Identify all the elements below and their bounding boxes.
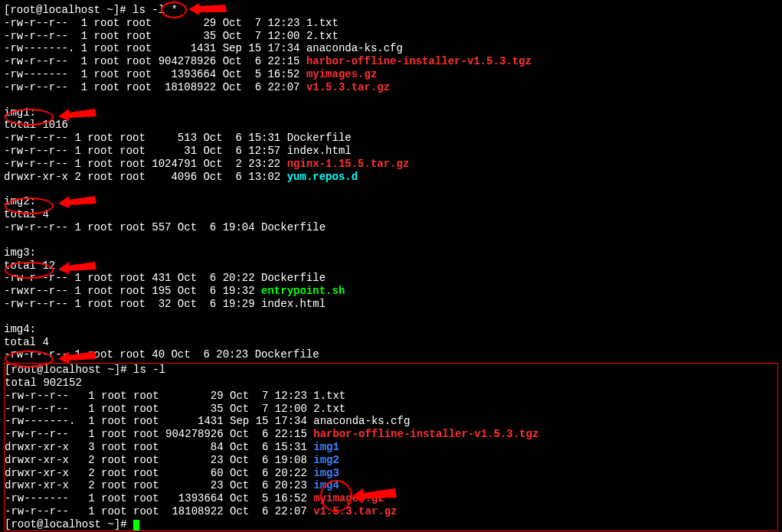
filename: 2.txt [306, 30, 339, 42]
file-row: -rw-r--r-- 1 root root 513 Oct 6 15:31 D… [4, 132, 778, 145]
file-listing-img4: -rw-r--r-- 1 root root 40 Oct 6 20:23 Do… [4, 348, 778, 361]
file-row: -rw-------. 1 root root 1431 Sep 15 17:3… [5, 415, 777, 428]
file-listing-img2: -rw-r--r-- 1 root root 557 Oct 6 19:04 D… [4, 221, 778, 234]
file-row: -rw-r--r-- 1 root root 32 Oct 6 19:29 in… [4, 298, 778, 311]
filename: v1.5.3.tar.gz [306, 81, 390, 93]
filename: img1 [313, 441, 339, 453]
filename: img3 [313, 467, 339, 479]
filename: entrypoint.sh [261, 285, 345, 297]
filename: Dockerfile [261, 221, 326, 233]
file-row: -rw-r--r-- 1 root root 35 Oct 7 12:00 2.… [5, 403, 777, 416]
file-row: -rw-r--r-- 1 root root 431 Oct 6 20:22 D… [4, 272, 778, 285]
filename: myimages.gz [313, 492, 384, 504]
total-line: total 12 [4, 259, 778, 273]
file-row: -rw-r--r-- 1 root root 35 Oct 7 12:00 2.… [4, 30, 778, 43]
file-listing-img3: -rw-r--r-- 1 root root 431 Oct 6 20:22 D… [4, 272, 778, 310]
filename: harbor-offline-installer-v1.5.3.tgz [306, 55, 532, 67]
file-row: -rw-r--r-- 1 root root 904278926 Oct 6 2… [4, 55, 778, 68]
file-row: -rw-r--r-- 1 root root 904278926 Oct 6 2… [5, 428, 777, 441]
filename: 2.txt [313, 403, 345, 415]
file-row: -rw------- 1 root root 1393664 Oct 5 16:… [5, 492, 777, 505]
file-row: -rw-r--r-- 1 root root 18108922 Oct 6 22… [5, 505, 777, 518]
filename: anaconda-ks.cfg [313, 415, 410, 427]
file-row: -rw-r--r-- 1 root root 1024791 Oct 2 23:… [4, 158, 778, 171]
file-listing-top: -rw-r--r-- 1 root root 29 Oct 7 12:23 1.… [4, 17, 778, 94]
file-row: -rw-r--r-- 1 root root 31 Oct 6 12:57 in… [4, 145, 778, 158]
file-row: -rw-r--r-- 1 root root 29 Oct 7 12:23 1.… [5, 390, 777, 403]
file-row: drwxr-xr-x 2 root root 23 Oct 6 20:23 im… [5, 479, 777, 492]
file-row: drwxr-xr-x 3 root root 84 Oct 6 15:31 im… [5, 441, 777, 454]
filename: img2 [313, 454, 339, 466]
file-row: -rw-------. 1 root root 1431 Sep 15 17:3… [4, 42, 778, 55]
total-line: total 4 [4, 208, 778, 221]
dir-header-img3: img3: [4, 246, 778, 259]
file-row: drwxr-xr-x 2 root root 23 Oct 6 19:08 im… [5, 454, 777, 467]
filename: yum.repos.d [287, 171, 358, 183]
dir-header-img1: img1: [4, 106, 778, 119]
cursor-icon [133, 520, 139, 530]
filename: 1.txt [313, 390, 345, 402]
filename: Dockerfile [287, 132, 352, 144]
filename: index.html [261, 298, 326, 310]
dir-header-img2: img2: [4, 195, 778, 208]
total-line: total 4 [4, 336, 778, 349]
filename: harbor-offline-installer-v1.5.3.tgz [313, 428, 538, 440]
file-row: -rw-r--r-- 1 root root 557 Oct 6 19:04 D… [4, 221, 778, 234]
filename: v1.5.3.tar.gz [313, 505, 397, 517]
filename: 1.txt [306, 17, 339, 29]
dir-header-img4: img4: [4, 323, 778, 336]
filename: myimages.gz [306, 68, 377, 80]
prompt-line[interactable]: [root@localhost ~]# [5, 518, 777, 531]
command-line: [root@localhost ~]# ls -l [5, 364, 777, 377]
highlighted-box: [root@localhost ~]# ls -l total 902152 -… [4, 363, 778, 531]
total-line: total 1016 [4, 119, 778, 132]
terminal-output: [root@localhost ~]# ls -l * -rw-r--r-- 1… [4, 4, 778, 531]
file-row: -rw-r--r-- 1 root root 40 Oct 6 20:23 Do… [4, 348, 778, 361]
file-row: -rw-r--r-- 1 root root 18108922 Oct 6 22… [4, 81, 778, 94]
filename: anaconda-ks.cfg [306, 42, 403, 54]
filename: img4 [313, 479, 339, 491]
filename: Dockerfile [255, 348, 319, 361]
total-line: total 902152 [5, 377, 777, 390]
filename: Dockerfile [261, 272, 326, 284]
file-listing-box: -rw-r--r-- 1 root root 29 Oct 7 12:23 1.… [5, 390, 777, 518]
file-row: drwxr-xr-x 2 root root 60 Oct 6 20:22 im… [5, 467, 777, 480]
filename: nginx-1.15.5.tar.gz [287, 158, 410, 170]
filename: index.html [287, 145, 352, 157]
file-row: drwxr-xr-x 2 root root 4096 Oct 6 13:02 … [4, 171, 778, 184]
file-row: -rw------- 1 root root 1393664 Oct 5 16:… [4, 68, 778, 81]
command-line: [root@localhost ~]# ls -l * [4, 4, 778, 17]
file-row: -rwxr--r-- 1 root root 195 Oct 6 19:32 e… [4, 285, 778, 298]
file-row: -rw-r--r-- 1 root root 29 Oct 7 12:23 1.… [4, 17, 778, 30]
file-listing-img1: -rw-r--r-- 1 root root 513 Oct 6 15:31 D… [4, 132, 778, 183]
